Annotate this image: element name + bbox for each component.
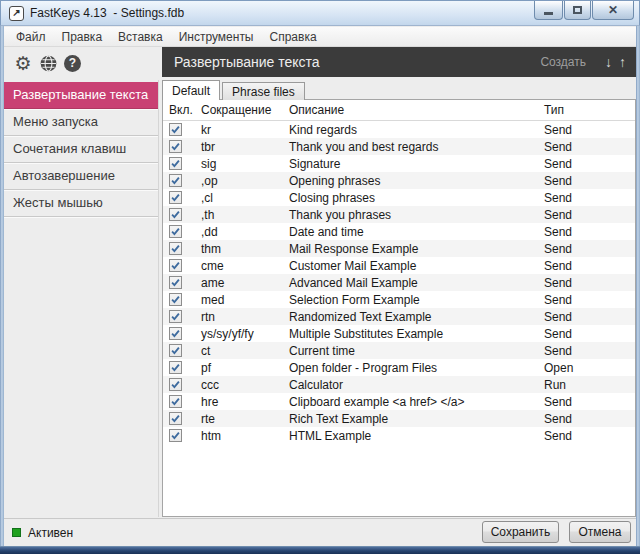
row-cell-type: Send xyxy=(544,310,635,324)
close-button[interactable]: ✕ xyxy=(592,1,634,20)
row-cell-description: Randomized Text Example xyxy=(289,310,544,324)
window-controls: ✕ xyxy=(533,1,634,20)
toolbar: ⚙? xyxy=(4,47,162,79)
row-cell-enabled xyxy=(163,293,201,306)
row-cell-abbreviation: ,cl xyxy=(201,191,289,205)
table-row[interactable]: hreClipboard example <a href> </a>Send xyxy=(163,393,635,410)
row-cell-type: Send xyxy=(544,225,635,239)
move-up-icon[interactable]: ↑ xyxy=(619,54,626,70)
table-row[interactable]: ameAdvanced Mail ExampleSend xyxy=(163,274,635,291)
row-cell-enabled xyxy=(163,123,201,136)
table-row[interactable]: ,opOpening phrasesSend xyxy=(163,172,635,189)
menu-item[interactable]: Вставка xyxy=(110,27,171,47)
menu-item[interactable]: Инструменты xyxy=(171,27,262,47)
row-cell-description: Current time xyxy=(289,344,544,358)
table-row[interactable]: ,clClosing phrasesSend xyxy=(163,189,635,206)
column-header: Тип xyxy=(544,103,635,117)
row-checkbox[interactable] xyxy=(169,208,182,221)
row-cell-enabled xyxy=(163,327,201,340)
sidebar-item[interactable]: Автозавершение xyxy=(4,163,158,190)
table-row[interactable]: ,thThank you phrasesSend xyxy=(163,206,635,223)
row-cell-description: Clipboard example <a href> </a> xyxy=(289,395,544,409)
row-checkbox[interactable] xyxy=(169,412,182,425)
table-row[interactable]: rtnRandomized Text ExampleSend xyxy=(163,308,635,325)
create-link[interactable]: Создать xyxy=(540,55,586,69)
row-cell-abbreviation: sig xyxy=(201,157,289,171)
menu-item[interactable]: Файл xyxy=(8,27,54,47)
table-row[interactable]: ctCurrent timeSend xyxy=(163,342,635,359)
row-cell-type: Send xyxy=(544,429,635,443)
row-checkbox[interactable] xyxy=(169,174,182,187)
row-cell-abbreviation: rte xyxy=(201,412,289,426)
help-icon[interactable]: ? xyxy=(64,55,81,72)
row-cell-abbreviation: ,th xyxy=(201,208,289,222)
row-cell-enabled xyxy=(163,191,201,204)
settings-gear-icon[interactable]: ⚙ xyxy=(14,54,32,72)
row-cell-description: Selection Form Example xyxy=(289,293,544,307)
row-checkbox[interactable] xyxy=(169,361,182,374)
sidebar-item[interactable]: Сочетания клавиш xyxy=(4,136,158,163)
row-checkbox[interactable] xyxy=(169,378,182,391)
row-cell-description: Multiple Substitutes Example xyxy=(289,327,544,341)
sidebar-item[interactable]: Жесты мышью xyxy=(4,190,158,217)
minimize-button[interactable] xyxy=(534,1,563,20)
row-cell-enabled xyxy=(163,361,201,374)
table-row[interactable]: pfOpen folder - Program FilesOpen xyxy=(163,359,635,376)
row-cell-type: Open xyxy=(544,361,635,375)
row-checkbox[interactable] xyxy=(169,310,182,323)
save-button[interactable]: Сохранить xyxy=(482,521,559,543)
menu-item[interactable]: Правка xyxy=(54,27,111,47)
row-cell-enabled xyxy=(163,208,201,221)
row-cell-abbreviation: htm xyxy=(201,429,289,443)
tab[interactable]: Default xyxy=(162,80,220,100)
table-row[interactable]: tbrThank you and best regardsSend xyxy=(163,138,635,155)
window-frame-bottom xyxy=(0,546,640,554)
row-checkbox[interactable] xyxy=(169,293,182,306)
row-cell-description: Rich Text Example xyxy=(289,412,544,426)
row-cell-type: Send xyxy=(544,276,635,290)
section-header: Развертывание текста Создать ↓ ↑ xyxy=(162,47,636,77)
table-row[interactable]: htmHTML ExampleSend xyxy=(163,427,635,444)
section-title: Развертывание текста xyxy=(174,54,540,70)
window-frame-right xyxy=(636,26,640,546)
table-row[interactable]: cccCalculatorRun xyxy=(163,376,635,393)
row-cell-description: Calculator xyxy=(289,378,544,392)
table-row[interactable]: ys/sy/yf/fyMultiple Substitutes ExampleS… xyxy=(163,325,635,342)
table-row[interactable]: ,ddDate and timeSend xyxy=(163,223,635,240)
row-checkbox[interactable] xyxy=(169,259,182,272)
row-cell-abbreviation: cme xyxy=(201,259,289,273)
maximize-button[interactable] xyxy=(564,1,591,20)
sidebar-item[interactable]: Меню запуска xyxy=(4,109,158,136)
row-checkbox[interactable] xyxy=(169,429,182,442)
row-checkbox[interactable] xyxy=(169,225,182,238)
language-globe-icon[interactable] xyxy=(39,54,57,72)
row-checkbox[interactable] xyxy=(169,242,182,255)
fastkeys-window: ↗ FastKeys 4.13 - Settings.fdb ✕ ФайлПра… xyxy=(0,0,640,554)
table-row[interactable]: sigSignatureSend xyxy=(163,155,635,172)
row-cell-description: Mail Response Example xyxy=(289,242,544,256)
tab[interactable]: Phrase files xyxy=(222,82,305,100)
table-row[interactable]: cmeCustomer Mail ExampleSend xyxy=(163,257,635,274)
move-down-icon[interactable]: ↓ xyxy=(605,54,612,70)
column-header: Вкл. xyxy=(163,103,201,117)
row-cell-description: Customer Mail Example xyxy=(289,259,544,273)
table-row[interactable]: medSelection Form ExampleSend xyxy=(163,291,635,308)
row-checkbox[interactable] xyxy=(169,140,182,153)
row-checkbox[interactable] xyxy=(169,344,182,357)
row-checkbox[interactable] xyxy=(169,276,182,289)
row-cell-type: Send xyxy=(544,123,635,137)
table-row[interactable]: rteRich Text ExampleSend xyxy=(163,410,635,427)
row-checkbox[interactable] xyxy=(169,395,182,408)
row-checkbox[interactable] xyxy=(169,327,182,340)
row-checkbox[interactable] xyxy=(169,157,182,170)
table-row[interactable]: krKind regardsSend xyxy=(163,121,635,138)
row-cell-type: Send xyxy=(544,242,635,256)
row-checkbox[interactable] xyxy=(169,123,182,136)
row-cell-enabled xyxy=(163,174,201,187)
sidebar-item[interactable]: Развертывание текста xyxy=(4,82,158,109)
row-checkbox[interactable] xyxy=(169,191,182,204)
cancel-button[interactable]: Отмена xyxy=(569,521,631,543)
table-row[interactable]: thmMail Response ExampleSend xyxy=(163,240,635,257)
row-cell-type: Send xyxy=(544,412,635,426)
menu-item[interactable]: Справка xyxy=(262,27,325,47)
